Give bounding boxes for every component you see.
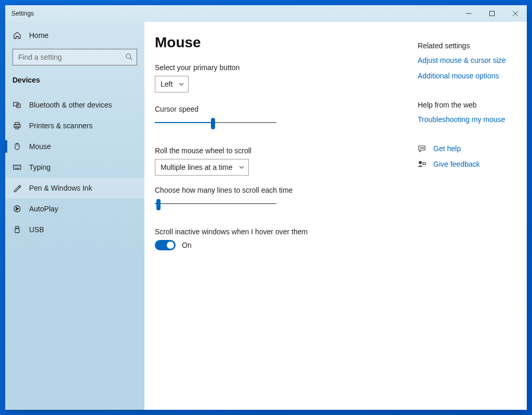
- svg-rect-13: [14, 165, 21, 169]
- search-input[interactable]: [17, 52, 125, 62]
- svg-point-25: [423, 148, 424, 149]
- link-give-feedback[interactable]: Give feedback: [433, 160, 480, 168]
- svg-point-23: [420, 148, 421, 149]
- sidebar: Home Devices Bluetooth & other devices: [5, 22, 144, 410]
- home-icon: [12, 31, 22, 39]
- minimize-icon: [466, 11, 471, 16]
- scroll-mode-value: Multiple lines at a time: [161, 163, 233, 171]
- search-box[interactable]: [12, 49, 137, 65]
- sidebar-item-label: Printers & scanners: [29, 122, 92, 130]
- sidebar-category: Devices: [5, 71, 144, 90]
- sidebar-home-label: Home: [29, 31, 48, 39]
- autoplay-icon: [12, 205, 22, 213]
- chevron-down-icon: [239, 165, 244, 170]
- sidebar-item-label: Pen & Windows Ink: [29, 184, 92, 192]
- cursor-speed-label: Cursor speed: [155, 105, 397, 113]
- sidebar-item-bluetooth[interactable]: Bluetooth & other devices: [5, 95, 144, 115]
- svg-rect-10: [16, 127, 19, 129]
- window-title: Settings: [11, 10, 34, 17]
- cursor-speed-slider[interactable]: [155, 117, 276, 128]
- svg-rect-1: [489, 11, 494, 16]
- sidebar-item-label: Typing: [29, 163, 50, 171]
- link-adjust-mouse-cursor-size[interactable]: Adjust mouse & cursor size: [418, 56, 516, 64]
- settings-window: Settings Home: [5, 5, 527, 410]
- maximize-button[interactable]: [480, 5, 503, 22]
- feedback-icon: [418, 160, 426, 168]
- get-help-icon: [418, 144, 426, 153]
- devices-icon: [12, 101, 22, 109]
- sidebar-item-autoplay[interactable]: AutoPlay: [5, 198, 144, 219]
- page-title: Mouse: [155, 34, 397, 51]
- link-troubleshooting-mouse[interactable]: Troubleshooting my mouse: [418, 115, 516, 124]
- svg-rect-22: [15, 229, 19, 233]
- content: Mouse Select your primary button Left Cu…: [144, 22, 413, 410]
- right-panel: Related settings Adjust mouse & cursor s…: [413, 22, 527, 410]
- scroll-lines-label: Choose how many lines to scroll each tim…: [155, 186, 397, 194]
- inactive-scroll-state: On: [182, 241, 192, 249]
- slider-track: [155, 203, 276, 204]
- usb-icon: [12, 225, 22, 234]
- inactive-scroll-toggle[interactable]: [155, 240, 176, 250]
- sidebar-item-label: Mouse: [29, 142, 51, 151]
- inactive-scroll-label: Scroll inactive windows when I hover ove…: [155, 227, 397, 236]
- sidebar-item-label: USB: [29, 225, 44, 234]
- link-additional-mouse-options[interactable]: Additional mouse options: [418, 72, 516, 80]
- svg-rect-27: [423, 163, 425, 165]
- search-wrap: [5, 46, 144, 71]
- sidebar-item-label: AutoPlay: [29, 205, 58, 213]
- scroll-mode-label: Roll the mouse wheel to scroll: [155, 146, 397, 155]
- maximize-icon: [489, 11, 495, 16]
- minimize-button[interactable]: [457, 5, 480, 22]
- toggle-knob: [167, 242, 174, 249]
- svg-line-5: [130, 58, 132, 60]
- sidebar-home[interactable]: Home: [5, 25, 144, 46]
- sidebar-item-typing[interactable]: Typing: [5, 157, 144, 178]
- svg-point-4: [126, 53, 131, 58]
- primary-button-dropdown[interactable]: Left: [155, 76, 189, 92]
- mouse-icon: [12, 142, 22, 151]
- close-icon: [513, 11, 518, 16]
- svg-marker-20: [16, 207, 19, 210]
- titlebar: Settings: [5, 5, 527, 22]
- related-heading: Related settings: [418, 42, 516, 50]
- sidebar-item-usb[interactable]: USB: [5, 219, 144, 240]
- help-heading: Help from the web: [418, 101, 516, 109]
- chevron-down-icon: [179, 82, 184, 87]
- search-icon: [125, 53, 132, 62]
- sidebar-item-label: Bluetooth & other devices: [29, 101, 112, 109]
- svg-point-24: [422, 148, 423, 149]
- scroll-lines-slider[interactable]: [155, 198, 276, 209]
- primary-button-label: Select your primary button: [155, 63, 397, 72]
- sidebar-item-printers[interactable]: Printers & scanners: [5, 115, 144, 136]
- sidebar-item-pen[interactable]: Pen & Windows Ink: [5, 178, 144, 198]
- slider-thumb[interactable]: [211, 118, 215, 129]
- sidebar-nav: Bluetooth & other devices Printers & sca…: [5, 90, 144, 240]
- pen-icon: [12, 184, 22, 192]
- close-button[interactable]: [503, 5, 527, 22]
- slider-thumb[interactable]: [156, 199, 161, 210]
- keyboard-icon: [12, 163, 22, 171]
- svg-point-26: [419, 162, 422, 164]
- link-get-help[interactable]: Get help: [433, 144, 461, 153]
- main: Mouse Select your primary button Left Cu…: [144, 22, 527, 410]
- scroll-mode-dropdown[interactable]: Multiple lines at a time: [155, 159, 249, 176]
- printer-icon: [12, 122, 22, 130]
- sidebar-item-mouse[interactable]: Mouse: [5, 136, 144, 157]
- window-controls: [457, 5, 527, 22]
- primary-button-value: Left: [161, 80, 172, 88]
- slider-fill: [155, 122, 213, 123]
